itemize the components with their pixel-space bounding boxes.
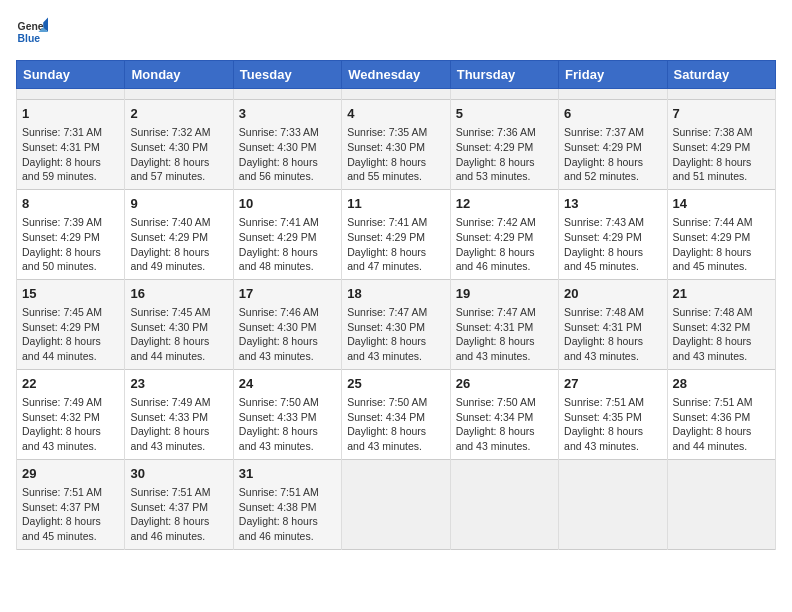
day-number: 12 bbox=[456, 195, 553, 213]
day-sun-info: Sunrise: 7:33 AMSunset: 4:30 PMDaylight:… bbox=[239, 125, 336, 184]
day-number: 24 bbox=[239, 375, 336, 393]
day-number: 27 bbox=[564, 375, 661, 393]
calendar-cell: 5Sunrise: 7:36 AMSunset: 4:29 PMDaylight… bbox=[450, 100, 558, 190]
day-number: 7 bbox=[673, 105, 770, 123]
col-header-sunday: Sunday bbox=[17, 61, 125, 89]
day-sun-info: Sunrise: 7:37 AMSunset: 4:29 PMDaylight:… bbox=[564, 125, 661, 184]
day-sun-info: Sunrise: 7:50 AMSunset: 4:34 PMDaylight:… bbox=[456, 395, 553, 454]
logo: General Blue bbox=[16, 16, 48, 48]
calendar-cell: 26Sunrise: 7:50 AMSunset: 4:34 PMDayligh… bbox=[450, 369, 558, 459]
calendar-cell: 8Sunrise: 7:39 AMSunset: 4:29 PMDaylight… bbox=[17, 189, 125, 279]
day-number: 4 bbox=[347, 105, 444, 123]
calendar-cell: 4Sunrise: 7:35 AMSunset: 4:30 PMDaylight… bbox=[342, 100, 450, 190]
day-sun-info: Sunrise: 7:39 AMSunset: 4:29 PMDaylight:… bbox=[22, 215, 119, 274]
day-number: 28 bbox=[673, 375, 770, 393]
day-number: 8 bbox=[22, 195, 119, 213]
day-number: 23 bbox=[130, 375, 227, 393]
calendar-week-row bbox=[17, 89, 776, 100]
col-header-tuesday: Tuesday bbox=[233, 61, 341, 89]
day-sun-info: Sunrise: 7:47 AMSunset: 4:30 PMDaylight:… bbox=[347, 305, 444, 364]
calendar-cell: 27Sunrise: 7:51 AMSunset: 4:35 PMDayligh… bbox=[559, 369, 667, 459]
calendar-week-row: 22Sunrise: 7:49 AMSunset: 4:32 PMDayligh… bbox=[17, 369, 776, 459]
calendar-cell: 16Sunrise: 7:45 AMSunset: 4:30 PMDayligh… bbox=[125, 279, 233, 369]
day-number: 29 bbox=[22, 465, 119, 483]
day-sun-info: Sunrise: 7:50 AMSunset: 4:34 PMDaylight:… bbox=[347, 395, 444, 454]
calendar-cell: 7Sunrise: 7:38 AMSunset: 4:29 PMDaylight… bbox=[667, 100, 775, 190]
calendar-header-row: SundayMondayTuesdayWednesdayThursdayFrid… bbox=[17, 61, 776, 89]
day-sun-info: Sunrise: 7:36 AMSunset: 4:29 PMDaylight:… bbox=[456, 125, 553, 184]
calendar-cell: 1Sunrise: 7:31 AMSunset: 4:31 PMDaylight… bbox=[17, 100, 125, 190]
day-number: 22 bbox=[22, 375, 119, 393]
day-sun-info: Sunrise: 7:49 AMSunset: 4:32 PMDaylight:… bbox=[22, 395, 119, 454]
calendar-cell: 10Sunrise: 7:41 AMSunset: 4:29 PMDayligh… bbox=[233, 189, 341, 279]
calendar-cell: 18Sunrise: 7:47 AMSunset: 4:30 PMDayligh… bbox=[342, 279, 450, 369]
day-sun-info: Sunrise: 7:46 AMSunset: 4:30 PMDaylight:… bbox=[239, 305, 336, 364]
calendar-cell: 22Sunrise: 7:49 AMSunset: 4:32 PMDayligh… bbox=[17, 369, 125, 459]
calendar-cell: 24Sunrise: 7:50 AMSunset: 4:33 PMDayligh… bbox=[233, 369, 341, 459]
day-number: 15 bbox=[22, 285, 119, 303]
calendar-cell: 20Sunrise: 7:48 AMSunset: 4:31 PMDayligh… bbox=[559, 279, 667, 369]
day-sun-info: Sunrise: 7:32 AMSunset: 4:30 PMDaylight:… bbox=[130, 125, 227, 184]
calendar-cell: 3Sunrise: 7:33 AMSunset: 4:30 PMDaylight… bbox=[233, 100, 341, 190]
calendar-cell: 17Sunrise: 7:46 AMSunset: 4:30 PMDayligh… bbox=[233, 279, 341, 369]
day-sun-info: Sunrise: 7:51 AMSunset: 4:38 PMDaylight:… bbox=[239, 485, 336, 544]
day-sun-info: Sunrise: 7:51 AMSunset: 4:37 PMDaylight:… bbox=[22, 485, 119, 544]
calendar-cell: 21Sunrise: 7:48 AMSunset: 4:32 PMDayligh… bbox=[667, 279, 775, 369]
col-header-saturday: Saturday bbox=[667, 61, 775, 89]
calendar-cell: 31Sunrise: 7:51 AMSunset: 4:38 PMDayligh… bbox=[233, 459, 341, 549]
calendar-week-row: 15Sunrise: 7:45 AMSunset: 4:29 PMDayligh… bbox=[17, 279, 776, 369]
day-sun-info: Sunrise: 7:43 AMSunset: 4:29 PMDaylight:… bbox=[564, 215, 661, 274]
day-number: 21 bbox=[673, 285, 770, 303]
calendar-cell bbox=[667, 459, 775, 549]
logo-icon: General Blue bbox=[16, 16, 48, 48]
calendar-cell: 12Sunrise: 7:42 AMSunset: 4:29 PMDayligh… bbox=[450, 189, 558, 279]
svg-text:Blue: Blue bbox=[18, 33, 41, 44]
col-header-monday: Monday bbox=[125, 61, 233, 89]
day-sun-info: Sunrise: 7:45 AMSunset: 4:30 PMDaylight:… bbox=[130, 305, 227, 364]
day-number: 20 bbox=[564, 285, 661, 303]
calendar-cell bbox=[667, 89, 775, 100]
day-number: 10 bbox=[239, 195, 336, 213]
day-sun-info: Sunrise: 7:35 AMSunset: 4:30 PMDaylight:… bbox=[347, 125, 444, 184]
day-sun-info: Sunrise: 7:51 AMSunset: 4:35 PMDaylight:… bbox=[564, 395, 661, 454]
day-number: 13 bbox=[564, 195, 661, 213]
col-header-thursday: Thursday bbox=[450, 61, 558, 89]
day-number: 18 bbox=[347, 285, 444, 303]
col-header-wednesday: Wednesday bbox=[342, 61, 450, 89]
day-sun-info: Sunrise: 7:48 AMSunset: 4:31 PMDaylight:… bbox=[564, 305, 661, 364]
day-number: 17 bbox=[239, 285, 336, 303]
day-sun-info: Sunrise: 7:48 AMSunset: 4:32 PMDaylight:… bbox=[673, 305, 770, 364]
day-sun-info: Sunrise: 7:50 AMSunset: 4:33 PMDaylight:… bbox=[239, 395, 336, 454]
day-number: 14 bbox=[673, 195, 770, 213]
day-sun-info: Sunrise: 7:41 AMSunset: 4:29 PMDaylight:… bbox=[239, 215, 336, 274]
calendar-cell bbox=[450, 459, 558, 549]
day-sun-info: Sunrise: 7:31 AMSunset: 4:31 PMDaylight:… bbox=[22, 125, 119, 184]
day-number: 31 bbox=[239, 465, 336, 483]
day-number: 1 bbox=[22, 105, 119, 123]
calendar-cell bbox=[559, 459, 667, 549]
day-number: 11 bbox=[347, 195, 444, 213]
col-header-friday: Friday bbox=[559, 61, 667, 89]
day-sun-info: Sunrise: 7:40 AMSunset: 4:29 PMDaylight:… bbox=[130, 215, 227, 274]
calendar-cell bbox=[342, 89, 450, 100]
day-number: 2 bbox=[130, 105, 227, 123]
day-number: 16 bbox=[130, 285, 227, 303]
calendar-cell: 15Sunrise: 7:45 AMSunset: 4:29 PMDayligh… bbox=[17, 279, 125, 369]
day-sun-info: Sunrise: 7:41 AMSunset: 4:29 PMDaylight:… bbox=[347, 215, 444, 274]
calendar-cell: 28Sunrise: 7:51 AMSunset: 4:36 PMDayligh… bbox=[667, 369, 775, 459]
page-header: General Blue bbox=[16, 16, 776, 48]
day-number: 26 bbox=[456, 375, 553, 393]
calendar-cell: 2Sunrise: 7:32 AMSunset: 4:30 PMDaylight… bbox=[125, 100, 233, 190]
calendar-week-row: 29Sunrise: 7:51 AMSunset: 4:37 PMDayligh… bbox=[17, 459, 776, 549]
day-number: 19 bbox=[456, 285, 553, 303]
calendar-table: SundayMondayTuesdayWednesdayThursdayFrid… bbox=[16, 60, 776, 550]
day-sun-info: Sunrise: 7:42 AMSunset: 4:29 PMDaylight:… bbox=[456, 215, 553, 274]
calendar-cell bbox=[17, 89, 125, 100]
calendar-cell: 29Sunrise: 7:51 AMSunset: 4:37 PMDayligh… bbox=[17, 459, 125, 549]
calendar-cell: 6Sunrise: 7:37 AMSunset: 4:29 PMDaylight… bbox=[559, 100, 667, 190]
day-sun-info: Sunrise: 7:44 AMSunset: 4:29 PMDaylight:… bbox=[673, 215, 770, 274]
calendar-cell bbox=[342, 459, 450, 549]
day-sun-info: Sunrise: 7:38 AMSunset: 4:29 PMDaylight:… bbox=[673, 125, 770, 184]
calendar-cell: 9Sunrise: 7:40 AMSunset: 4:29 PMDaylight… bbox=[125, 189, 233, 279]
day-number: 9 bbox=[130, 195, 227, 213]
